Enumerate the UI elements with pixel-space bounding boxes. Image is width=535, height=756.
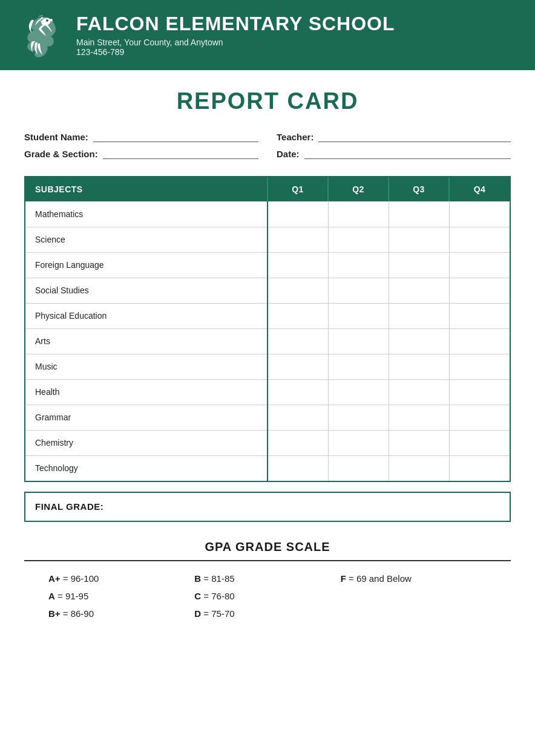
teacher-label: Teacher: bbox=[277, 132, 313, 142]
q4-grade-cell[interactable] bbox=[449, 405, 510, 430]
q2-grade-cell[interactable] bbox=[328, 405, 389, 430]
table-row: Health bbox=[25, 379, 510, 405]
q2-grade-cell[interactable] bbox=[328, 303, 389, 328]
date-line[interactable] bbox=[304, 148, 511, 159]
student-name-line[interactable] bbox=[93, 131, 258, 142]
subjects-header: SUBJECTS bbox=[25, 177, 268, 201]
subject-cell: Chemistry bbox=[25, 430, 268, 455]
q2-grade-cell[interactable] bbox=[328, 201, 389, 227]
q3-grade-cell[interactable] bbox=[389, 405, 449, 430]
table-row: Science bbox=[25, 227, 510, 252]
q3-header: Q3 bbox=[389, 177, 449, 201]
table-header-row: SUBJECTS Q1 Q2 Q3 Q4 bbox=[25, 177, 510, 201]
gpa-section: GPA GRADE SCALE A+ = 96-100B = 81-85F = … bbox=[24, 540, 511, 621]
final-grade-row: FINAL GRADE: bbox=[24, 492, 511, 522]
q4-grade-cell[interactable] bbox=[449, 278, 510, 303]
teacher-line[interactable] bbox=[318, 131, 511, 142]
q2-grade-cell[interactable] bbox=[328, 328, 389, 354]
q2-grade-cell[interactable] bbox=[328, 252, 389, 278]
subject-cell: Science bbox=[25, 227, 268, 252]
q1-grade-cell[interactable] bbox=[268, 405, 328, 430]
teacher-field: Teacher: bbox=[277, 131, 511, 142]
subject-cell: Mathematics bbox=[25, 201, 268, 227]
gpa-range: = 76-80 bbox=[201, 591, 234, 601]
q1-grade-cell[interactable] bbox=[268, 303, 328, 328]
gpa-item bbox=[341, 606, 487, 621]
gpa-item bbox=[341, 588, 487, 604]
q4-grade-cell[interactable] bbox=[449, 379, 510, 405]
subject-cell: Music bbox=[25, 354, 268, 379]
gpa-grade-label: B bbox=[194, 573, 201, 584]
gpa-range: = 86-90 bbox=[61, 608, 94, 619]
svg-point-1 bbox=[46, 19, 48, 22]
q3-grade-cell[interactable] bbox=[389, 379, 449, 405]
q1-grade-cell[interactable] bbox=[268, 379, 328, 405]
q4-grade-cell[interactable] bbox=[449, 252, 510, 278]
grade-section-line[interactable] bbox=[103, 148, 258, 159]
table-row: Mathematics bbox=[25, 201, 510, 227]
q3-grade-cell[interactable] bbox=[389, 227, 449, 252]
q1-grade-cell[interactable] bbox=[268, 227, 328, 252]
q4-grade-cell[interactable] bbox=[449, 303, 510, 328]
q4-grade-cell[interactable] bbox=[449, 328, 510, 354]
q2-grade-cell[interactable] bbox=[328, 278, 389, 303]
date-field: Date: bbox=[277, 148, 511, 159]
q4-header: Q4 bbox=[449, 177, 510, 201]
gpa-grade-label: A bbox=[48, 591, 55, 601]
logo-area: FALCON ELEMENTARY SCHOOL Main Street, Yo… bbox=[18, 11, 395, 59]
final-grade-label: FINAL GRADE: bbox=[35, 501, 103, 512]
student-name-field: Student Name: bbox=[24, 131, 258, 142]
subject-cell: Technology bbox=[25, 455, 268, 481]
falcon-logo-icon bbox=[18, 11, 67, 59]
q3-grade-cell[interactable] bbox=[389, 201, 449, 227]
subject-cell: Health bbox=[25, 379, 268, 405]
q1-grade-cell[interactable] bbox=[268, 201, 328, 227]
gpa-item: F = 69 and Below bbox=[341, 571, 487, 586]
page-header: FALCON ELEMENTARY SCHOOL Main Street, Yo… bbox=[0, 0, 535, 70]
q2-grade-cell[interactable] bbox=[328, 354, 389, 379]
table-row: Music bbox=[25, 354, 510, 379]
gpa-grade-label: C bbox=[194, 591, 201, 601]
q4-grade-cell[interactable] bbox=[449, 201, 510, 227]
q1-grade-cell[interactable] bbox=[268, 455, 328, 481]
gpa-item: B = 81-85 bbox=[194, 571, 340, 586]
q1-grade-cell[interactable] bbox=[268, 430, 328, 455]
q4-grade-cell[interactable] bbox=[449, 430, 510, 455]
table-row: Social Studies bbox=[25, 278, 510, 303]
q3-grade-cell[interactable] bbox=[389, 354, 449, 379]
q2-grade-cell[interactable] bbox=[328, 379, 389, 405]
grades-table-wrapper: SUBJECTS Q1 Q2 Q3 Q4 MathematicsScienceF… bbox=[24, 176, 511, 482]
subject-cell: Arts bbox=[25, 328, 268, 354]
q2-grade-cell[interactable] bbox=[328, 227, 389, 252]
gpa-divider bbox=[24, 560, 511, 561]
q3-grade-cell[interactable] bbox=[389, 252, 449, 278]
q3-grade-cell[interactable] bbox=[389, 455, 449, 481]
gpa-grade-label: F bbox=[341, 573, 346, 584]
school-name: FALCON ELEMENTARY SCHOOL bbox=[76, 13, 395, 34]
q1-header: Q1 bbox=[268, 177, 328, 201]
q1-grade-cell[interactable] bbox=[268, 278, 328, 303]
grade-section-field: Grade & Section: bbox=[24, 148, 258, 159]
q2-grade-cell[interactable] bbox=[328, 455, 389, 481]
gpa-range: = 91-95 bbox=[55, 591, 88, 601]
q4-grade-cell[interactable] bbox=[449, 227, 510, 252]
q3-grade-cell[interactable] bbox=[389, 430, 449, 455]
table-row: Grammar bbox=[25, 405, 510, 430]
gpa-grade-label: A+ bbox=[48, 573, 61, 584]
gpa-item: A = 91-95 bbox=[48, 588, 194, 604]
q1-grade-cell[interactable] bbox=[268, 354, 328, 379]
q3-grade-cell[interactable] bbox=[389, 328, 449, 354]
subject-cell: Foreign Language bbox=[25, 252, 268, 278]
q1-grade-cell[interactable] bbox=[268, 328, 328, 354]
q3-grade-cell[interactable] bbox=[389, 303, 449, 328]
gpa-range: = 81-85 bbox=[201, 573, 234, 584]
date-label: Date: bbox=[277, 149, 300, 159]
gpa-range: = 96-100 bbox=[61, 573, 99, 584]
q2-grade-cell[interactable] bbox=[328, 430, 389, 455]
q4-grade-cell[interactable] bbox=[449, 354, 510, 379]
q4-grade-cell[interactable] bbox=[449, 455, 510, 481]
table-row: Physical Education bbox=[25, 303, 510, 328]
q2-header: Q2 bbox=[328, 177, 389, 201]
q1-grade-cell[interactable] bbox=[268, 252, 328, 278]
q3-grade-cell[interactable] bbox=[389, 278, 449, 303]
